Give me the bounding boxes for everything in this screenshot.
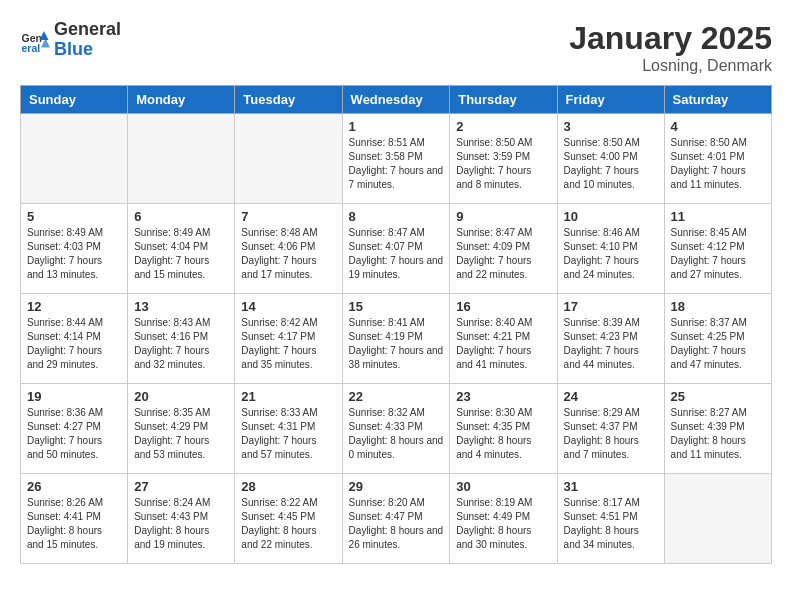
svg-text:eral: eral bbox=[22, 42, 41, 54]
calendar-header-row: SundayMondayTuesdayWednesdayThursdayFrid… bbox=[21, 86, 772, 114]
cell-info: Sunrise: 8:20 AMSunset: 4:47 PMDaylight:… bbox=[349, 496, 444, 552]
cell-info: Sunrise: 8:50 AMSunset: 4:00 PMDaylight:… bbox=[564, 136, 658, 192]
day-number: 15 bbox=[349, 299, 444, 314]
cell-info: Sunrise: 8:47 AMSunset: 4:09 PMDaylight:… bbox=[456, 226, 550, 282]
day-number: 11 bbox=[671, 209, 765, 224]
day-number: 6 bbox=[134, 209, 228, 224]
cell-info: Sunrise: 8:29 AMSunset: 4:37 PMDaylight:… bbox=[564, 406, 658, 462]
day-number: 21 bbox=[241, 389, 335, 404]
cell-info: Sunrise: 8:41 AMSunset: 4:19 PMDaylight:… bbox=[349, 316, 444, 372]
calendar-cell: 8Sunrise: 8:47 AMSunset: 4:07 PMDaylight… bbox=[342, 204, 450, 294]
cell-info: Sunrise: 8:49 AMSunset: 4:03 PMDaylight:… bbox=[27, 226, 121, 282]
calendar-cell: 15Sunrise: 8:41 AMSunset: 4:19 PMDayligh… bbox=[342, 294, 450, 384]
day-header-monday: Monday bbox=[128, 86, 235, 114]
calendar-cell: 1Sunrise: 8:51 AMSunset: 3:58 PMDaylight… bbox=[342, 114, 450, 204]
calendar-cell: 18Sunrise: 8:37 AMSunset: 4:25 PMDayligh… bbox=[664, 294, 771, 384]
calendar-cell: 9Sunrise: 8:47 AMSunset: 4:09 PMDaylight… bbox=[450, 204, 557, 294]
day-number: 3 bbox=[564, 119, 658, 134]
location-title: Losning, Denmark bbox=[569, 57, 772, 75]
day-number: 22 bbox=[349, 389, 444, 404]
calendar-cell bbox=[235, 114, 342, 204]
cell-info: Sunrise: 8:48 AMSunset: 4:06 PMDaylight:… bbox=[241, 226, 335, 282]
logo: Gen eral General Blue bbox=[20, 20, 121, 60]
calendar-cell: 22Sunrise: 8:32 AMSunset: 4:33 PMDayligh… bbox=[342, 384, 450, 474]
calendar-cell: 10Sunrise: 8:46 AMSunset: 4:10 PMDayligh… bbox=[557, 204, 664, 294]
cell-info: Sunrise: 8:30 AMSunset: 4:35 PMDaylight:… bbox=[456, 406, 550, 462]
day-header-sunday: Sunday bbox=[21, 86, 128, 114]
logo-blue: Blue bbox=[54, 40, 121, 60]
cell-info: Sunrise: 8:32 AMSunset: 4:33 PMDaylight:… bbox=[349, 406, 444, 462]
calendar-cell: 17Sunrise: 8:39 AMSunset: 4:23 PMDayligh… bbox=[557, 294, 664, 384]
day-number: 8 bbox=[349, 209, 444, 224]
day-number: 29 bbox=[349, 479, 444, 494]
day-number: 18 bbox=[671, 299, 765, 314]
calendar-cell: 6Sunrise: 8:49 AMSunset: 4:04 PMDaylight… bbox=[128, 204, 235, 294]
logo-text-area: General Blue bbox=[54, 20, 121, 60]
calendar-week-row: 5Sunrise: 8:49 AMSunset: 4:03 PMDaylight… bbox=[21, 204, 772, 294]
calendar-cell: 26Sunrise: 8:26 AMSunset: 4:41 PMDayligh… bbox=[21, 474, 128, 564]
cell-info: Sunrise: 8:17 AMSunset: 4:51 PMDaylight:… bbox=[564, 496, 658, 552]
calendar-cell: 2Sunrise: 8:50 AMSunset: 3:59 PMDaylight… bbox=[450, 114, 557, 204]
calendar-week-row: 26Sunrise: 8:26 AMSunset: 4:41 PMDayligh… bbox=[21, 474, 772, 564]
day-number: 25 bbox=[671, 389, 765, 404]
cell-info: Sunrise: 8:49 AMSunset: 4:04 PMDaylight:… bbox=[134, 226, 228, 282]
day-number: 19 bbox=[27, 389, 121, 404]
day-number: 16 bbox=[456, 299, 550, 314]
calendar-cell: 25Sunrise: 8:27 AMSunset: 4:39 PMDayligh… bbox=[664, 384, 771, 474]
day-number: 12 bbox=[27, 299, 121, 314]
calendar-cell: 7Sunrise: 8:48 AMSunset: 4:06 PMDaylight… bbox=[235, 204, 342, 294]
day-number: 13 bbox=[134, 299, 228, 314]
calendar-cell: 20Sunrise: 8:35 AMSunset: 4:29 PMDayligh… bbox=[128, 384, 235, 474]
day-number: 17 bbox=[564, 299, 658, 314]
calendar-cell bbox=[21, 114, 128, 204]
cell-info: Sunrise: 8:36 AMSunset: 4:27 PMDaylight:… bbox=[27, 406, 121, 462]
day-number: 23 bbox=[456, 389, 550, 404]
calendar-cell: 28Sunrise: 8:22 AMSunset: 4:45 PMDayligh… bbox=[235, 474, 342, 564]
month-title: January 2025 bbox=[569, 20, 772, 57]
calendar-cell: 12Sunrise: 8:44 AMSunset: 4:14 PMDayligh… bbox=[21, 294, 128, 384]
day-header-thursday: Thursday bbox=[450, 86, 557, 114]
calendar-cell: 11Sunrise: 8:45 AMSunset: 4:12 PMDayligh… bbox=[664, 204, 771, 294]
cell-info: Sunrise: 8:35 AMSunset: 4:29 PMDaylight:… bbox=[134, 406, 228, 462]
calendar-cell: 16Sunrise: 8:40 AMSunset: 4:21 PMDayligh… bbox=[450, 294, 557, 384]
cell-info: Sunrise: 8:26 AMSunset: 4:41 PMDaylight:… bbox=[27, 496, 121, 552]
day-number: 31 bbox=[564, 479, 658, 494]
cell-info: Sunrise: 8:44 AMSunset: 4:14 PMDaylight:… bbox=[27, 316, 121, 372]
title-area: January 2025 Losning, Denmark bbox=[569, 20, 772, 75]
day-number: 30 bbox=[456, 479, 550, 494]
calendar-cell: 13Sunrise: 8:43 AMSunset: 4:16 PMDayligh… bbox=[128, 294, 235, 384]
day-number: 24 bbox=[564, 389, 658, 404]
calendar-week-row: 19Sunrise: 8:36 AMSunset: 4:27 PMDayligh… bbox=[21, 384, 772, 474]
calendar-week-row: 12Sunrise: 8:44 AMSunset: 4:14 PMDayligh… bbox=[21, 294, 772, 384]
day-header-saturday: Saturday bbox=[664, 86, 771, 114]
cell-info: Sunrise: 8:33 AMSunset: 4:31 PMDaylight:… bbox=[241, 406, 335, 462]
day-number: 7 bbox=[241, 209, 335, 224]
day-number: 9 bbox=[456, 209, 550, 224]
day-number: 14 bbox=[241, 299, 335, 314]
day-number: 10 bbox=[564, 209, 658, 224]
calendar-cell: 29Sunrise: 8:20 AMSunset: 4:47 PMDayligh… bbox=[342, 474, 450, 564]
day-number: 5 bbox=[27, 209, 121, 224]
cell-info: Sunrise: 8:40 AMSunset: 4:21 PMDaylight:… bbox=[456, 316, 550, 372]
cell-info: Sunrise: 8:51 AMSunset: 3:58 PMDaylight:… bbox=[349, 136, 444, 192]
calendar-cell: 27Sunrise: 8:24 AMSunset: 4:43 PMDayligh… bbox=[128, 474, 235, 564]
header: Gen eral General Blue January 2025 Losni… bbox=[20, 20, 772, 75]
day-number: 26 bbox=[27, 479, 121, 494]
cell-info: Sunrise: 8:43 AMSunset: 4:16 PMDaylight:… bbox=[134, 316, 228, 372]
day-number: 2 bbox=[456, 119, 550, 134]
cell-info: Sunrise: 8:45 AMSunset: 4:12 PMDaylight:… bbox=[671, 226, 765, 282]
logo-icon: Gen eral bbox=[20, 25, 50, 55]
calendar-cell: 4Sunrise: 8:50 AMSunset: 4:01 PMDaylight… bbox=[664, 114, 771, 204]
cell-info: Sunrise: 8:24 AMSunset: 4:43 PMDaylight:… bbox=[134, 496, 228, 552]
cell-info: Sunrise: 8:22 AMSunset: 4:45 PMDaylight:… bbox=[241, 496, 335, 552]
day-header-tuesday: Tuesday bbox=[235, 86, 342, 114]
calendar-cell: 21Sunrise: 8:33 AMSunset: 4:31 PMDayligh… bbox=[235, 384, 342, 474]
logo-general: General bbox=[54, 20, 121, 40]
day-number: 28 bbox=[241, 479, 335, 494]
calendar-cell: 24Sunrise: 8:29 AMSunset: 4:37 PMDayligh… bbox=[557, 384, 664, 474]
calendar-cell bbox=[128, 114, 235, 204]
calendar-cell: 31Sunrise: 8:17 AMSunset: 4:51 PMDayligh… bbox=[557, 474, 664, 564]
cell-info: Sunrise: 8:37 AMSunset: 4:25 PMDaylight:… bbox=[671, 316, 765, 372]
calendar-week-row: 1Sunrise: 8:51 AMSunset: 3:58 PMDaylight… bbox=[21, 114, 772, 204]
calendar-cell: 3Sunrise: 8:50 AMSunset: 4:00 PMDaylight… bbox=[557, 114, 664, 204]
